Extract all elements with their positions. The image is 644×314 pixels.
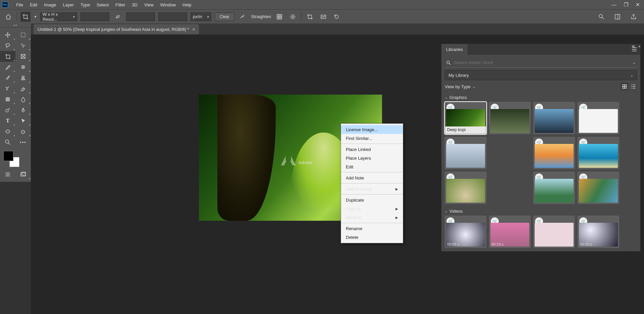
- eyedropper-tool-icon[interactable]: [0, 62, 15, 72]
- ctx-place-layers[interactable]: Place Layers: [341, 154, 403, 162]
- menu-type[interactable]: Type: [77, 1, 93, 9]
- tab-libraries[interactable]: Libraries: [441, 44, 468, 55]
- zoom-tool-icon[interactable]: [0, 137, 15, 148]
- close-tab-icon[interactable]: ×: [193, 27, 195, 32]
- ctx-find-similar[interactable]: Find Similar...: [341, 134, 403, 143]
- straighten-icon[interactable]: [238, 12, 248, 22]
- ctx-delete[interactable]: Delete: [341, 233, 403, 242]
- ctx-add-note[interactable]: Add Note: [341, 173, 403, 182]
- thumb-graphic[interactable]: 🛒: [578, 137, 619, 169]
- content-aware-icon[interactable]: [318, 12, 328, 22]
- menu-view[interactable]: View: [141, 1, 157, 9]
- type-tool-icon[interactable]: T: [0, 115, 15, 126]
- thumb-video[interactable]: 🛒00:29 s: [489, 216, 531, 248]
- section-graphics[interactable]: ⌄Graphics: [441, 94, 640, 102]
- healing-brush-tool-icon[interactable]: [15, 62, 31, 72]
- ctx-copy-to[interactable]: Copy to▶: [341, 204, 403, 213]
- ctx-place-linked[interactable]: Place Linked: [341, 145, 403, 154]
- home-icon[interactable]: [3, 12, 13, 22]
- thumb-graphic[interactable]: 🛒: [533, 172, 575, 204]
- search-input[interactable]: [453, 60, 630, 65]
- thumb-graphic[interactable]: 🛒: [578, 102, 619, 134]
- thumb-graphic[interactable]: 🛒: [445, 172, 486, 204]
- panel-toggle-icon[interactable]: [0, 23, 31, 28]
- section-videos[interactable]: ⌄Videos: [441, 207, 640, 216]
- ctx-duplicate[interactable]: Duplicate: [341, 196, 403, 204]
- chevron-down-icon[interactable]: ⌄: [473, 85, 475, 89]
- height-input[interactable]: [126, 12, 155, 21]
- brush-tool-icon[interactable]: [0, 72, 15, 83]
- menu-help[interactable]: Help: [179, 1, 195, 9]
- reset-icon[interactable]: [332, 12, 342, 22]
- delete-pixels-icon[interactable]: [305, 12, 315, 22]
- thumb-video[interactable]: 🛒00:10 s: [533, 216, 575, 248]
- thumb-video[interactable]: 🛒00:20 s: [578, 216, 619, 248]
- list-view-icon[interactable]: [630, 83, 637, 90]
- maximize-icon[interactable]: ❐: [624, 2, 628, 8]
- minimize-icon[interactable]: —: [611, 2, 616, 8]
- thumb-graphic[interactable]: 🛒: [445, 137, 486, 169]
- blur-tool-icon[interactable]: [15, 94, 31, 105]
- workspace-icon[interactable]: [612, 12, 623, 22]
- document-tab[interactable]: Untitled-1 @ 50% (Deep tropical jungles …: [34, 24, 199, 34]
- menu-filter[interactable]: Filter: [112, 1, 128, 9]
- close-icon[interactable]: ✕: [636, 2, 640, 8]
- ctx-add-to-group[interactable]: Add to Group▶: [341, 185, 403, 193]
- chevron-down-icon[interactable]: ▼: [34, 15, 37, 18]
- share-icon[interactable]: [629, 12, 639, 22]
- menu-layer[interactable]: Layer: [60, 1, 77, 9]
- ratio-preset-select[interactable]: W x H x Resol...▾: [40, 12, 77, 21]
- search-icon[interactable]: [596, 12, 606, 22]
- resolution-input[interactable]: [158, 12, 187, 21]
- menu-image[interactable]: Image: [41, 1, 59, 9]
- width-input[interactable]: [80, 12, 109, 21]
- close-panel-icon[interactable]: ×: [638, 44, 641, 49]
- lasso-tool-icon[interactable]: [0, 40, 15, 51]
- frame-tool-icon[interactable]: [15, 51, 31, 62]
- ctx-move-to[interactable]: Move to▶: [341, 213, 403, 222]
- settings-gear-icon[interactable]: [288, 12, 298, 22]
- thumb-graphic[interactable]: 🛒: [489, 102, 531, 134]
- pen-tool-icon[interactable]: [15, 105, 31, 115]
- path-select-tool-icon[interactable]: [15, 115, 31, 126]
- collapse-panel-icon[interactable]: ≪: [632, 44, 635, 49]
- menu-window[interactable]: Window: [157, 1, 179, 9]
- ctx-license-image[interactable]: License Image...: [341, 125, 403, 134]
- color-swatches[interactable]: [3, 151, 19, 167]
- thumb-video[interactable]: 🛒00:08 s: [445, 216, 486, 248]
- unit-select[interactable]: px/in▾: [191, 12, 211, 21]
- ctx-rename[interactable]: Rename: [341, 224, 403, 233]
- library-select[interactable]: My Library ⌄: [445, 70, 637, 80]
- screenmode-icon[interactable]: [15, 169, 31, 180]
- thumb-graphic[interactable]: 🛒: [533, 102, 575, 134]
- marquee-tool-icon[interactable]: [15, 30, 31, 40]
- stamp-tool-icon[interactable]: [15, 72, 31, 83]
- thumb-graphic[interactable]: 🛒: [533, 137, 575, 169]
- grid-view-icon[interactable]: [621, 83, 628, 90]
- dodge-tool-icon[interactable]: [0, 105, 15, 115]
- thumb-graphic[interactable]: 🛒Deep tropi: [445, 102, 486, 134]
- thumb-graphic[interactable]: 🛒: [578, 172, 619, 204]
- view-mode-select[interactable]: View by Type: [445, 84, 471, 89]
- chevron-down-icon[interactable]: ⌄: [633, 60, 636, 65]
- shape-tool-icon[interactable]: [0, 126, 15, 137]
- menu-3d[interactable]: 3D: [128, 1, 141, 9]
- hand-tool-icon[interactable]: [15, 126, 31, 137]
- menu-file[interactable]: File: [13, 1, 26, 9]
- eraser-tool-icon[interactable]: [15, 83, 31, 94]
- quick-select-tool-icon[interactable]: [15, 40, 31, 51]
- grid-overlay-icon[interactable]: [274, 12, 284, 22]
- history-brush-tool-icon[interactable]: [0, 83, 15, 94]
- menu-select[interactable]: Select: [93, 1, 112, 9]
- clear-button[interactable]: Clear: [215, 12, 234, 21]
- edit-toolbar-icon[interactable]: •••: [15, 137, 31, 148]
- foreground-color[interactable]: [3, 151, 13, 161]
- menu-edit[interactable]: Edit: [26, 1, 41, 9]
- quickmask-icon[interactable]: [0, 169, 15, 180]
- crop-tool-icon[interactable]: [20, 12, 31, 22]
- stock-search[interactable]: ⌄: [445, 58, 637, 67]
- ctx-edit[interactable]: Edit: [341, 162, 403, 171]
- swap-icon[interactable]: [113, 12, 123, 22]
- crop-tool-icon[interactable]: [0, 51, 15, 62]
- move-tool-icon[interactable]: [0, 30, 15, 40]
